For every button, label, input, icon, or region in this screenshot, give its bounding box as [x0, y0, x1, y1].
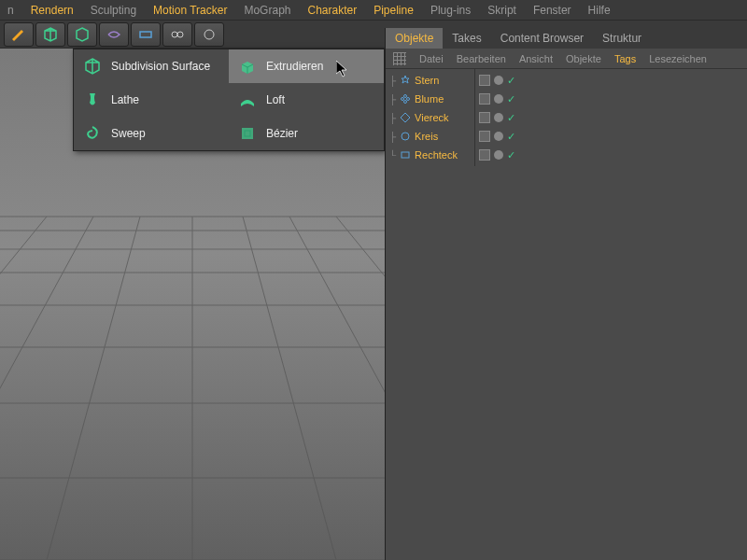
- svg-point-25: [404, 95, 407, 98]
- menu-charakter[interactable]: Charakter: [307, 4, 357, 17]
- tool-pen[interactable]: [4, 22, 34, 47]
- cube-icon: [83, 57, 102, 76]
- svg-point-27: [404, 101, 407, 104]
- dropdown-item-extrudieren[interactable]: Extrudieren: [229, 49, 384, 83]
- svg-point-3: [204, 30, 214, 39]
- layer-tag-icon[interactable]: [479, 131, 490, 142]
- menu-n[interactable]: n: [7, 4, 14, 17]
- dropdown-item-lathe[interactable]: Lathe: [74, 83, 229, 117]
- tag-row: ✓: [475, 90, 747, 108]
- loft-icon: [238, 91, 257, 109]
- tool-camera[interactable]: [162, 22, 192, 47]
- object-row-rechteck[interactable]: └Rechteck: [386, 146, 474, 164]
- checkmark-icon[interactable]: ✓: [507, 75, 515, 87]
- tool-light[interactable]: [194, 22, 224, 47]
- dropdown-label: Lathe: [111, 93, 139, 106]
- svg-point-2: [177, 32, 183, 37]
- panel-menu-bearbeiten[interactable]: Bearbeiten: [457, 53, 506, 64]
- menu-rendern[interactable]: Rendern: [31, 4, 74, 17]
- tool-deformer[interactable]: [99, 22, 129, 47]
- dropdown-item-loft[interactable]: Loft: [229, 83, 384, 117]
- menu-motion tracker[interactable]: Motion Tracker: [153, 4, 227, 17]
- visibility-dot-icon[interactable]: [494, 113, 503, 122]
- menu-skript[interactable]: Skript: [487, 4, 516, 17]
- tree-line: ├: [389, 132, 396, 142]
- tab-content-browser[interactable]: Content Browser: [491, 28, 593, 49]
- svg-point-29: [402, 133, 409, 140]
- svg-rect-30: [402, 152, 409, 158]
- menu-mograph[interactable]: MoGraph: [244, 4, 290, 17]
- generator-dropdown: Subdivision SurfaceLatheSweep Extrudiere…: [73, 49, 385, 151]
- tool-generator[interactable]: [67, 22, 97, 47]
- visibility-dot-icon[interactable]: [494, 150, 503, 160]
- object-row-blume[interactable]: ├Blume: [386, 90, 474, 108]
- menu-sculpting[interactable]: Sculpting: [91, 4, 136, 17]
- flower-icon: [400, 93, 411, 105]
- object-tags-column: ✓✓✓✓✓: [474, 69, 747, 166]
- vase-icon: [83, 91, 102, 109]
- dropdown-label: Loft: [266, 93, 285, 106]
- star-icon: [400, 75, 411, 86]
- checkmark-icon[interactable]: ✓: [507, 149, 515, 161]
- dropdown-label: Sweep: [111, 127, 146, 140]
- extrude-icon: [238, 57, 257, 76]
- panel-menu-objekte[interactable]: Objekte: [566, 53, 601, 64]
- menu-plug-ins[interactable]: Plug-ins: [430, 4, 471, 17]
- tab-objekte[interactable]: Objekte: [386, 28, 443, 49]
- tree-line: ├: [389, 76, 396, 86]
- diamond-icon: [400, 112, 411, 123]
- dropdown-item-bézier[interactable]: Bézier: [229, 117, 384, 150]
- tag-row: ✓: [475, 108, 747, 127]
- visibility-dot-icon[interactable]: [494, 132, 503, 141]
- layer-tag-icon[interactable]: [479, 149, 490, 161]
- checkmark-icon[interactable]: ✓: [507, 131, 515, 143]
- svg-point-26: [407, 98, 410, 101]
- tab-struktur[interactable]: Struktur: [593, 28, 651, 49]
- object-row-viereck[interactable]: ├Viereck: [386, 108, 474, 127]
- tab-takes[interactable]: Takes: [443, 28, 490, 49]
- panel-menu-lesezeichen[interactable]: Lesezeichen: [649, 53, 707, 64]
- object-row-kreis[interactable]: ├Kreis: [386, 127, 474, 146]
- visibility-dot-icon[interactable]: [494, 76, 503, 85]
- object-manager-panel: ObjekteTakesContent BrowserStruktur Date…: [385, 28, 747, 560]
- dropdown-label: Subdivision Surface: [111, 60, 210, 73]
- object-name: Blume: [415, 93, 444, 105]
- tag-row: ✓: [475, 146, 747, 164]
- tag-row: ✓: [475, 127, 747, 146]
- dropdown-item-subdivision-surface[interactable]: Subdivision Surface: [74, 49, 229, 83]
- panel-menu-tags[interactable]: Tags: [614, 53, 636, 64]
- tag-row: ✓: [475, 71, 747, 90]
- swirl-icon: [83, 124, 102, 143]
- svg-rect-23: [242, 128, 253, 139]
- tool-environment[interactable]: [131, 22, 161, 47]
- svg-rect-0: [140, 32, 151, 37]
- checkmark-icon[interactable]: ✓: [507, 112, 515, 124]
- bezier-icon: [238, 124, 257, 143]
- menubar: nRendernSculptingMotion TrackerMoGraphCh…: [0, 0, 747, 21]
- panel-menu: DateiBearbeitenAnsichtObjekteTagsLesezei…: [386, 49, 747, 69]
- checkmark-icon[interactable]: ✓: [507, 93, 515, 105]
- visibility-dot-icon[interactable]: [494, 94, 503, 104]
- menu-pipeline[interactable]: Pipeline: [374, 4, 414, 17]
- grid-icon[interactable]: [393, 52, 406, 65]
- menu-fenster[interactable]: Fenster: [533, 4, 571, 17]
- svg-point-28: [402, 98, 404, 101]
- layer-tag-icon[interactable]: [479, 112, 490, 123]
- panel-menu-datei[interactable]: Datei: [419, 53, 444, 64]
- panel-menu-ansicht[interactable]: Ansicht: [519, 53, 553, 64]
- dropdown-item-sweep[interactable]: Sweep: [74, 117, 229, 150]
- svg-point-1: [172, 32, 177, 37]
- object-name: Rechteck: [415, 149, 458, 161]
- dropdown-label: Bézier: [266, 127, 298, 140]
- menu-hilfe[interactable]: Hilfe: [588, 4, 611, 17]
- tree-line: ├: [389, 94, 396, 105]
- tool-cube[interactable]: [35, 22, 65, 47]
- layer-tag-icon[interactable]: [479, 75, 490, 86]
- object-row-stern[interactable]: ├Stern: [386, 71, 474, 90]
- layer-tag-icon[interactable]: [479, 93, 490, 105]
- tree-line: └: [389, 150, 396, 161]
- circle-icon: [400, 131, 411, 142]
- object-name: Viereck: [415, 112, 448, 123]
- panel-tabs: ObjekteTakesContent BrowserStruktur: [386, 28, 747, 49]
- object-name: Stern: [415, 75, 439, 86]
